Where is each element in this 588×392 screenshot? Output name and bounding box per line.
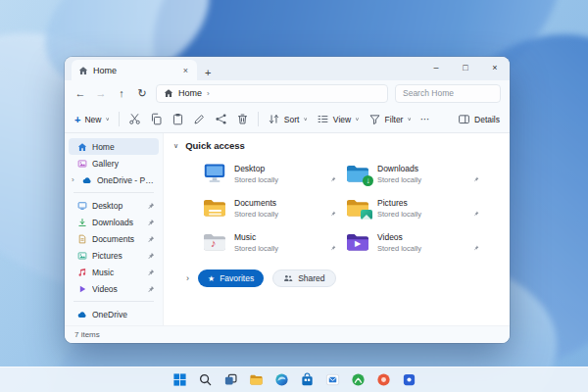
chevron-down-icon: ∨ <box>105 117 109 122</box>
quick-access-item-documents[interactable]: Documents Stored locally <box>202 197 337 219</box>
details-button[interactable]: Details <box>458 113 500 125</box>
document-lines-icon <box>209 210 221 212</box>
quick-access-grid: Desktop Stored locally ↓ <box>202 163 500 253</box>
copy-icon[interactable] <box>150 113 163 125</box>
see-more-button[interactable]: ⋯ <box>420 114 431 124</box>
quick-access-header: ∨ Quick access <box>173 140 500 151</box>
favorites-row: › ★ Favorites Shared <box>186 270 500 287</box>
minimize-button[interactable]: – <box>421 57 451 78</box>
rename-icon[interactable] <box>193 113 206 125</box>
desktop: Home × + – □ × ← → ↑ ↻ Home › <box>0 0 588 392</box>
item-subtitle: Stored locally <box>234 175 322 184</box>
up-button[interactable]: ↑ <box>115 87 128 99</box>
sidebar-item-music[interactable]: Music <box>69 264 159 280</box>
view-button[interactable]: View ∨ <box>317 113 360 125</box>
breadcrumb-item-home[interactable]: Home <box>178 88 202 98</box>
chevron-right-icon: › <box>207 89 210 98</box>
item-name: Documents <box>234 198 322 208</box>
delete-icon[interactable] <box>236 113 249 125</box>
pin-icon <box>147 235 155 243</box>
paste-icon[interactable] <box>172 113 184 125</box>
new-button[interactable]: + New ∨ <box>74 114 110 125</box>
music-note-icon: ♪ <box>211 237 217 249</box>
pin-icon <box>147 252 155 260</box>
sidebar-item-onedrive[interactable]: OneDrive <box>69 306 159 322</box>
task-view-icon[interactable] <box>223 372 238 387</box>
sidebar-item-videos[interactable]: Videos <box>69 280 159 297</box>
item-subtitle: Stored locally <box>234 244 322 253</box>
sidebar-item-home[interactable]: Home <box>69 138 159 155</box>
sort-icon <box>268 113 280 125</box>
outlook-icon[interactable] <box>325 372 340 387</box>
videos-icon <box>77 284 87 294</box>
tab-home[interactable]: Home × <box>72 60 197 80</box>
section-title: Quick access <box>185 140 245 151</box>
taskbar <box>0 367 588 392</box>
microsoft-store-icon[interactable] <box>300 372 315 387</box>
quick-access-item-pictures[interactable]: Pictures Stored locally <box>345 197 480 219</box>
app-tile-icon[interactable] <box>402 372 416 387</box>
tab-close-icon[interactable]: × <box>181 66 190 75</box>
expand-chevron-icon[interactable]: › <box>186 273 189 283</box>
quick-access-item-downloads[interactable]: ↓ Downloads Stored locally <box>345 163 480 184</box>
window-body: Home Gallery › OneDrive - Pers... Deskto… <box>65 133 510 325</box>
photos-icon[interactable] <box>376 372 391 387</box>
file-explorer-icon[interactable] <box>249 372 264 387</box>
item-subtitle: Stored locally <box>377 175 466 184</box>
xbox-icon[interactable] <box>351 372 366 387</box>
pin-icon <box>147 285 155 293</box>
sidebar-item-pictures[interactable]: Pictures <box>69 247 159 264</box>
breadcrumb[interactable]: Home › <box>156 84 388 103</box>
tab-title: Home <box>93 66 176 75</box>
quick-access-item-desktop[interactable]: Desktop Stored locally <box>202 163 337 184</box>
maximize-button[interactable]: □ <box>451 57 480 78</box>
cut-icon[interactable] <box>128 113 141 125</box>
collapse-chevron-icon[interactable]: ∨ <box>173 142 178 150</box>
desktop-icon <box>77 201 87 211</box>
share-icon[interactable] <box>215 113 227 125</box>
address-bar: ← → ↑ ↻ Home › <box>65 80 510 106</box>
sort-button[interactable]: Sort ∨ <box>268 113 308 125</box>
plus-icon: + <box>74 114 80 125</box>
chevron-down-icon: ∨ <box>303 117 307 122</box>
item-text: Desktop Stored locally <box>234 164 322 184</box>
sidebar-item-documents[interactable]: Documents <box>69 230 159 247</box>
home-icon <box>164 88 173 98</box>
chevron-right-icon[interactable]: › <box>72 175 77 184</box>
pin-icon <box>329 176 337 184</box>
documents-icon <box>77 234 87 244</box>
sidebar-item-gallery[interactable]: Gallery <box>69 155 159 172</box>
view-label: View <box>333 115 351 124</box>
pin-icon <box>329 211 337 219</box>
music-icon <box>77 268 87 277</box>
filter-button[interactable]: Filter ∨ <box>368 113 412 125</box>
videos-folder-icon: ▶ <box>345 231 370 253</box>
tab-bar: Home × + – □ × <box>65 57 510 80</box>
close-button[interactable]: × <box>480 57 510 78</box>
pin-icon <box>472 245 480 253</box>
search-input[interactable] <box>395 84 501 103</box>
chevron-down-icon: ∨ <box>407 117 411 122</box>
chevron-down-icon: ∨ <box>355 117 359 122</box>
search-icon[interactable] <box>198 372 213 387</box>
sidebar-item-onedrive-personal[interactable]: › OneDrive - Pers... <box>69 172 159 188</box>
item-text: Videos Stored locally <box>377 232 466 253</box>
quick-access-item-videos[interactable]: ▶ Videos Stored locally <box>345 231 480 253</box>
item-text: Documents Stored locally <box>234 198 322 219</box>
new-tab-button[interactable]: + <box>205 67 211 78</box>
forward-button[interactable]: → <box>94 87 108 99</box>
sidebar-item-downloads[interactable]: Downloads <box>69 214 159 230</box>
content-area: ∨ Quick access <box>164 133 510 325</box>
edge-icon[interactable] <box>274 372 289 387</box>
back-button[interactable]: ← <box>74 87 87 99</box>
item-subtitle: Stored locally <box>377 244 466 253</box>
shared-button[interactable]: Shared <box>272 270 335 287</box>
filter-label: Filter <box>385 115 404 124</box>
favorites-button[interactable]: ★ Favorites <box>198 270 264 287</box>
pictures-icon <box>77 251 87 261</box>
sidebar-item-desktop[interactable]: Desktop <box>69 197 159 214</box>
refresh-button[interactable]: ↻ <box>135 87 149 100</box>
start-button-icon[interactable] <box>172 372 187 387</box>
quick-access-item-music[interactable]: ♪ Music Stored locally <box>202 231 337 253</box>
new-label: New <box>84 115 101 124</box>
